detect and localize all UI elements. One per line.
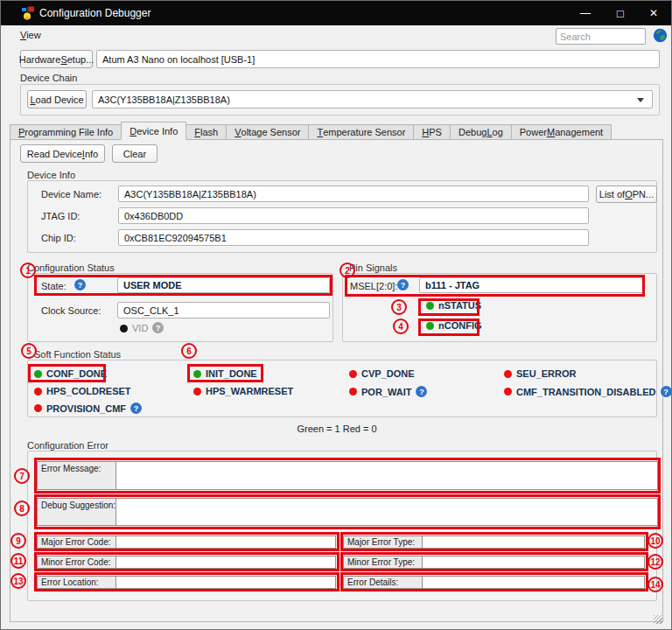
menu-bar: View — [1, 25, 671, 48]
device-name-field[interactable]: A3C(Y135BB18A|Z135BB18A) — [118, 186, 589, 202]
vid-help-icon — [152, 322, 164, 333]
provision-cmf-help-icon[interactable] — [130, 402, 142, 414]
cmf-transition-disabled-label: CMF_TRANSITION_DISABLED — [516, 387, 656, 397]
vid-radio — [120, 325, 128, 332]
major-error-code-label: Major Error Code: — [38, 536, 116, 548]
cmf-transition-disabled-help-icon[interactable] — [661, 386, 672, 397]
configuration-status-group-label: Configuration Status — [27, 262, 115, 273]
error-details-row: Error Details: — [343, 576, 645, 589]
conf-done-dot — [34, 370, 42, 378]
tab-voltage-sensor[interactable]: Voltage Sensor — [226, 124, 309, 140]
msel-help-icon[interactable] — [397, 279, 409, 290]
chip-id-field[interactable]: 0xCB81EC92094575B1 — [118, 229, 589, 246]
signal-cvp-done: CVP_DONE — [349, 368, 415, 379]
hardware-connection-field[interactable]: Atum A3 Nano on localhost [USB-1] — [96, 50, 660, 68]
title-bar: Configuration Debugger — □ ✕ — [1, 1, 671, 25]
minor-error-type-label: Minor Error Type: — [344, 556, 423, 568]
device-name-label: Device Name: — [41, 189, 102, 200]
major-error-type-label: Major Error Type: — [344, 536, 423, 548]
error-location-label: Error Location: — [38, 577, 116, 588]
minor-error-type-row: Minor Error Type: — [343, 556, 645, 569]
tab-hps[interactable]: HPS — [413, 124, 451, 140]
minor-error-type-value[interactable] — [423, 556, 644, 568]
init-done-dot — [193, 370, 201, 378]
conf-done-label: CONF_DONE — [46, 368, 107, 379]
vid-label: VID — [132, 323, 148, 333]
provision-cmf-dot — [34, 404, 42, 412]
hps-warmreset-label: HPS_WARMRESET — [206, 386, 293, 396]
maximize-button[interactable]: □ — [605, 1, 636, 25]
device-info-group-label: Device Info — [27, 170, 75, 180]
close-button[interactable]: ✕ — [636, 1, 671, 25]
nconfig-dot — [426, 322, 434, 330]
signal-cmf-transition-disabled: CMF_TRANSITION_DISABLED — [504, 386, 672, 397]
app-icon — [21, 6, 35, 20]
state-field[interactable]: USER MODE — [117, 277, 330, 293]
tab-programming-file-info[interactable]: Programming File Info — [10, 124, 122, 140]
signal-hps-warmreset: HPS_WARMRESET — [193, 386, 293, 396]
hps-coldreset-label: HPS_COLDRESET — [46, 386, 131, 396]
major-error-type-row: Major Error Type: — [343, 536, 645, 549]
cvp-done-label: CVP_DONE — [361, 368, 415, 379]
read-device-info-button[interactable]: Read Device Info — [20, 144, 105, 163]
error-message-value[interactable] — [116, 462, 657, 489]
seu-error-dot — [504, 370, 512, 378]
chip-id-label: Chip ID: — [41, 233, 76, 243]
clock-source-field[interactable]: OSC_CLK_1 — [117, 302, 330, 318]
resize-grip[interactable] — [654, 615, 662, 624]
minimize-button[interactable]: — — [570, 1, 601, 25]
major-error-type-value[interactable] — [423, 536, 644, 548]
provision-cmf-label: PROVISION_CMF — [46, 403, 126, 414]
error-message-label: Error Message: — [38, 462, 116, 489]
state-label: State: — [41, 281, 66, 291]
minor-error-code-value[interactable] — [116, 556, 335, 568]
error-location-value[interactable] — [116, 577, 335, 588]
msel-field[interactable]: b111 - JTAG — [419, 277, 644, 293]
signal-conf-done: CONF_DONE — [34, 368, 107, 379]
signal-hps-coldreset: HPS_COLDRESET — [34, 386, 131, 396]
globe-help-icon[interactable] — [653, 28, 668, 43]
tab-strip: Programming File Info Device Info Flash … — [10, 122, 611, 140]
tab-power-management[interactable]: Power Management — [511, 124, 612, 140]
minor-error-code-label: Minor Error Code: — [38, 556, 116, 568]
error-details-value[interactable] — [423, 577, 644, 588]
configuration-error-group-label: Configuration Error — [27, 440, 108, 451]
clock-source-label: Clock Source: — [41, 305, 101, 316]
signal-init-done: INIT_DONE — [193, 368, 257, 379]
signal-nconfig: nCONFIG — [426, 320, 482, 331]
debug-suggestion-value[interactable] — [116, 499, 657, 525]
nstatus-dot — [426, 302, 434, 310]
menu-view[interactable]: View — [20, 30, 41, 40]
pin-signals-group-label: Pin Signals — [349, 262, 397, 273]
cmf-transition-disabled-dot — [504, 388, 512, 396]
hps-warmreset-dot — [193, 388, 201, 396]
tab-flash[interactable]: Flash — [186, 124, 227, 140]
chevron-down-icon — [637, 98, 644, 102]
debug-suggestion-row: Debug Suggestion: — [37, 498, 658, 526]
hardware-setup-button[interactable]: Hardware Setup... — [20, 50, 93, 68]
device-chain-selected: A3C(Y135BB18A|Z135BB18A) — [98, 94, 230, 105]
signal-por-wait: POR_WAIT — [349, 386, 427, 397]
list-of-opn-button[interactable]: List of OPN... — [596, 186, 657, 203]
jtag-id-field[interactable]: 0x436DB0DD — [118, 207, 589, 224]
nconfig-label: nCONFIG — [438, 320, 482, 331]
por-wait-help-icon[interactable] — [416, 386, 427, 397]
signal-nstatus: nSTATUS — [426, 300, 481, 311]
tab-debug-log[interactable]: Debug Log — [450, 124, 512, 140]
tab-device-info[interactable]: Device Info — [121, 122, 186, 140]
major-error-code-value[interactable] — [116, 536, 335, 548]
hps-coldreset-dot — [34, 388, 42, 396]
cvp-done-dot — [349, 370, 357, 378]
debug-suggestion-label: Debug Suggestion: — [38, 499, 116, 525]
load-device-button[interactable]: Load Device — [27, 90, 87, 108]
signal-seu-error: SEU_ERROR — [504, 368, 576, 379]
por-wait-dot — [349, 388, 357, 396]
msel-label: MSEL[2:0]: — [350, 281, 397, 291]
device-chain-combobox[interactable]: A3C(Y135BB18A|Z135BB18A) — [92, 90, 653, 108]
search-input[interactable] — [556, 28, 646, 45]
tab-temperature-sensor[interactable]: Temperature Sensor — [308, 124, 414, 140]
state-help-icon[interactable] — [74, 279, 86, 290]
clear-button[interactable]: Clear — [112, 144, 158, 163]
legend-text: Green = 1 Red = 0 — [1, 424, 672, 434]
error-location-row: Error Location: — [37, 576, 336, 589]
